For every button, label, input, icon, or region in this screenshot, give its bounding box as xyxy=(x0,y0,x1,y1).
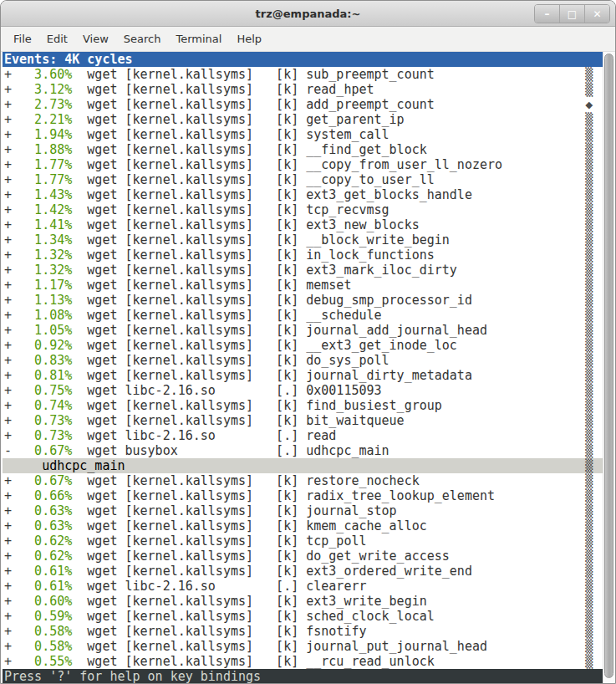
minimize-button[interactable]: – xyxy=(535,5,559,23)
scroll-position-marker: ▒ xyxy=(585,368,593,383)
scrollbar[interactable] xyxy=(603,52,615,683)
expand-marker: + xyxy=(4,112,12,127)
menu-item-terminal[interactable]: Terminal xyxy=(168,29,229,48)
row-detail: wget [kernel.kallsyms] [k] __block_write… xyxy=(72,232,450,248)
scroll-position-marker: ▒ xyxy=(585,202,593,217)
perf-row[interactable]: + 1.32% wget [kernel.kallsyms] [k] ext3_… xyxy=(3,263,605,278)
scroll-position-marker: ▒ xyxy=(585,609,593,624)
overhead-percent: 0.62% xyxy=(12,533,72,549)
perf-row[interactable]: + 0.81% wget [kernel.kallsyms] [k] journ… xyxy=(3,368,605,383)
overhead-percent: 3.12% xyxy=(12,82,72,97)
row-detail: wget busybox [.] udhcpc_main xyxy=(72,443,389,458)
expand-marker: + xyxy=(4,217,12,232)
scroll-position-marker: ▒ xyxy=(585,217,593,232)
window-controls: –□✕ xyxy=(534,4,610,23)
scrollbar-thumb[interactable] xyxy=(604,54,613,678)
scroll-position-marker: ▒ xyxy=(585,624,593,639)
perf-row[interactable]: + 0.73% wget libc-2.16.so [.] read▒ xyxy=(3,428,605,443)
perf-row[interactable]: + 0.74% wget [kernel.kallsyms] [k] find_… xyxy=(3,398,605,413)
expand-marker: + xyxy=(4,82,12,97)
perf-row[interactable]: + 0.58% wget [kernel.kallsyms] [k] journ… xyxy=(3,639,605,654)
scroll-position-marker: ◆ xyxy=(585,97,593,112)
expand-marker: + xyxy=(4,624,12,639)
perf-row[interactable]: + 0.63% wget [kernel.kallsyms] [k] kmem_… xyxy=(3,518,605,533)
overhead-percent: 1.42% xyxy=(12,202,72,217)
expand-marker: + xyxy=(4,639,12,654)
expand-marker: - xyxy=(4,443,12,458)
overhead-percent: 1.34% xyxy=(12,232,72,248)
perf-row[interactable]: + 2.21% wget [kernel.kallsyms] [k] get_p… xyxy=(3,112,605,127)
perf-row[interactable]: + 1.94% wget [kernel.kallsyms] [k] syste… xyxy=(3,127,605,142)
close-button[interactable]: ✕ xyxy=(584,5,609,23)
row-detail: wget [kernel.kallsyms] [k] sub_preempt_c… xyxy=(72,67,434,82)
scroll-position-marker: ▒ xyxy=(585,112,593,127)
perf-row[interactable]: + 0.58% wget [kernel.kallsyms] [k] fsnot… xyxy=(3,624,605,639)
perf-row[interactable]: + 3.60% wget [kernel.kallsyms] [k] sub_p… xyxy=(3,67,605,82)
perf-row[interactable]: + 0.62% wget [kernel.kallsyms] [k] do_ge… xyxy=(3,549,605,564)
perf-row[interactable]: + 1.43% wget [kernel.kallsyms] [k] ext3_… xyxy=(3,187,605,202)
terminal-window: trz@empanada:~ –□✕ FileEditViewSearchTer… xyxy=(0,0,616,684)
perf-row[interactable]: + 3.12% wget [kernel.kallsyms] [k] read_… xyxy=(3,82,605,97)
perf-row[interactable]: + 1.08% wget [kernel.kallsyms] [k] __sch… xyxy=(3,308,605,323)
minimize-icon: – xyxy=(545,8,550,20)
row-detail: wget libc-2.16.so [.] clearerr xyxy=(72,579,366,594)
perf-row[interactable]: + 0.92% wget [kernel.kallsyms] [k] __ext… xyxy=(3,338,605,353)
expand-marker: + xyxy=(4,157,12,172)
scroll-position-marker: ▒ xyxy=(585,172,593,187)
row-detail: wget [kernel.kallsyms] [k] __ext3_get_in… xyxy=(72,338,457,353)
perf-row[interactable]: + 0.61% wget libc-2.16.so [.] clearerr▒ xyxy=(3,579,605,594)
perf-row[interactable]: - 0.67% wget busybox [.] udhcpc_main▒ xyxy=(3,443,605,458)
perf-row[interactable]: + 0.75% wget libc-2.16.so [.] 0x00115093… xyxy=(3,383,605,398)
perf-row[interactable]: + 1.77% wget [kernel.kallsyms] [k] __cop… xyxy=(3,157,605,172)
row-detail: wget [kernel.kallsyms] [k] system_call xyxy=(72,127,389,142)
menu-item-search[interactable]: Search xyxy=(116,29,169,48)
maximize-button[interactable]: □ xyxy=(559,5,584,23)
perf-row[interactable]: + 0.83% wget [kernel.kallsyms] [k] do_sy… xyxy=(3,353,605,368)
perf-row[interactable]: + 1.05% wget [kernel.kallsyms] [k] journ… xyxy=(3,323,605,338)
perf-row[interactable]: + 1.34% wget [kernel.kallsyms] [k] __blo… xyxy=(3,232,605,248)
events-header: Events: 4K cycles xyxy=(3,52,605,67)
perf-row[interactable]: + 1.17% wget [kernel.kallsyms] [k] memse… xyxy=(3,278,605,293)
perf-row[interactable]: + 1.32% wget [kernel.kallsyms] [k] in_lo… xyxy=(3,248,605,263)
perf-row[interactable]: + 1.13% wget [kernel.kallsyms] [k] debug… xyxy=(3,293,605,308)
perf-row[interactable]: + 2.73% wget [kernel.kallsyms] [k] add_p… xyxy=(3,97,605,112)
row-detail: wget [kernel.kallsyms] [k] ext3_mark_ilo… xyxy=(72,263,457,278)
overhead-percent: 0.61% xyxy=(12,564,72,579)
row-detail: wget [kernel.kallsyms] [k] kmem_cache_al… xyxy=(72,518,426,533)
title-bar[interactable]: trz@empanada:~ –□✕ xyxy=(1,1,615,27)
terminal-viewport: Events: 4K cycles + 3.60% wget [kernel.k… xyxy=(1,52,615,683)
overhead-percent: 1.08% xyxy=(12,308,72,323)
perf-row[interactable]: + 0.63% wget [kernel.kallsyms] [k] journ… xyxy=(3,503,605,518)
expand-marker: + xyxy=(4,654,12,669)
overhead-percent: 1.88% xyxy=(12,142,72,157)
perf-row[interactable]: + 0.55% wget [kernel.kallsyms] [k] __rcu… xyxy=(3,654,605,669)
expand-marker: + xyxy=(4,248,12,263)
perf-row[interactable]: + 0.73% wget [kernel.kallsyms] [k] bit_w… xyxy=(3,413,605,428)
scroll-position-marker: ▒ xyxy=(585,187,593,202)
perf-row[interactable]: + 0.66% wget [kernel.kallsyms] [k] radix… xyxy=(3,488,605,503)
perf-row[interactable]: + 1.77% wget [kernel.kallsyms] [k] __cop… xyxy=(3,172,605,187)
row-detail: wget [kernel.kallsyms] [k] ext3_ordered_… xyxy=(72,564,472,579)
overhead-percent: 1.94% xyxy=(12,127,72,142)
perf-row[interactable]: + 1.88% wget [kernel.kallsyms] [k] __fin… xyxy=(3,142,605,157)
perf-row[interactable]: + 1.41% wget [kernel.kallsyms] [k] ext3_… xyxy=(3,217,605,232)
perf-row[interactable]: + 1.42% wget [kernel.kallsyms] [k] tcp_r… xyxy=(3,202,605,217)
perf-row[interactable]: + 0.59% wget [kernel.kallsyms] [k] sched… xyxy=(3,609,605,624)
callchain-row[interactable]: udhcpc_main▒ xyxy=(3,458,605,473)
expand-marker: + xyxy=(4,368,12,383)
scroll-position-marker: ▒ xyxy=(585,278,593,293)
perf-row[interactable]: + 0.60% wget [kernel.kallsyms] [k] ext3_… xyxy=(3,594,605,609)
menu-item-file[interactable]: File xyxy=(6,29,39,48)
scroll-position-marker: ▒ xyxy=(585,383,593,398)
menu-item-edit[interactable]: Edit xyxy=(39,29,75,48)
menu-item-help[interactable]: Help xyxy=(229,29,269,48)
perf-row[interactable]: + 0.61% wget [kernel.kallsyms] [k] ext3_… xyxy=(3,564,605,579)
menu-item-view[interactable]: View xyxy=(75,29,116,48)
scroll-position-marker: ▒ xyxy=(585,157,593,172)
perf-row[interactable]: + 0.67% wget [kernel.kallsyms] [k] resto… xyxy=(3,473,605,488)
row-detail: wget [kernel.kallsyms] [k] do_get_write_… xyxy=(72,549,450,564)
scroll-position-marker: ▒ xyxy=(585,443,593,458)
overhead-percent: 0.62% xyxy=(12,549,72,564)
perf-row[interactable]: + 0.62% wget [kernel.kallsyms] [k] tcp_p… xyxy=(3,533,605,549)
status-bar: Press '?' for help on key bindings xyxy=(3,669,605,683)
